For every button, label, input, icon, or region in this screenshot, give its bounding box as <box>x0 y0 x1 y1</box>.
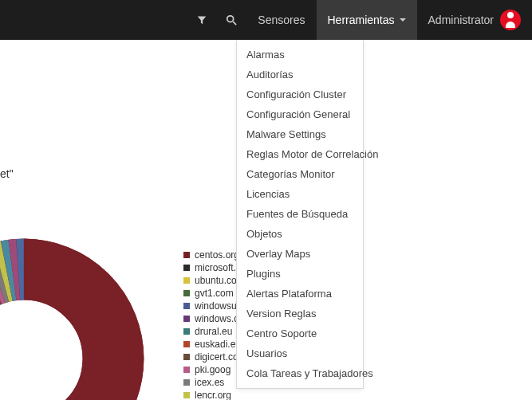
nav-herramientas-label: Herramientas <box>328 14 395 26</box>
dropdown-item[interactable]: Malware Settings <box>237 124 363 144</box>
dropdown-item[interactable]: Overlay Maps <box>237 244 363 264</box>
legend-label: euskadi.eu <box>195 338 241 351</box>
herramientas-dropdown: AlarmasAuditoríasConfiguración ClusterCo… <box>236 40 364 389</box>
dropdown-item[interactable]: Usuarios <box>237 343 363 363</box>
dropdown-item[interactable]: Auditorías <box>237 65 363 84</box>
legend-swatch <box>183 290 190 296</box>
nav-group: Sensores Herramientas Administrator <box>187 0 532 40</box>
legend-swatch <box>183 252 190 258</box>
legend-label: lencr.org <box>195 389 231 400</box>
nav-administrator[interactable]: Administrator <box>417 0 532 40</box>
legend-swatch <box>183 379 190 386</box>
dropdown-item[interactable]: Plugins <box>237 264 363 284</box>
legend-label: icex.es <box>195 376 224 389</box>
legend-label: centos.org <box>195 249 239 261</box>
legend-swatch <box>183 341 190 347</box>
legend-label: pki.goog <box>195 363 231 376</box>
legend-swatch <box>183 392 190 398</box>
legend-swatch <box>183 367 190 373</box>
dropdown-item[interactable]: Objetos <box>237 224 363 244</box>
legend-label: microsoft.c <box>195 261 241 274</box>
legend-label: drural.eu <box>195 325 232 338</box>
legend-swatch <box>183 277 190 284</box>
topbar: Sensores Herramientas Administrator <box>0 0 532 40</box>
avatar <box>500 10 521 30</box>
chevron-down-icon <box>400 18 406 22</box>
dropdown-item[interactable]: Alarmas <box>237 45 363 65</box>
legend-label: windowsup <box>195 300 242 312</box>
dropdown-item[interactable]: Licencias <box>237 184 363 204</box>
dropdown-item[interactable]: Centro Soporte <box>237 324 363 343</box>
filter-icon[interactable] <box>187 0 216 40</box>
legend-label: gvt1.com <box>195 287 234 300</box>
nav-sensores-label: Sensores <box>258 14 305 26</box>
legend-swatch <box>183 328 190 335</box>
legend-swatch <box>183 265 190 271</box>
dropdown-item[interactable]: Cola Tareas y Trabajadores <box>237 363 363 383</box>
legend-row[interactable]: lencr.org <box>183 389 246 400</box>
legend-swatch <box>183 354 190 360</box>
nav-administrator-label: Administrator <box>428 14 494 26</box>
dropdown-item[interactable]: Version Reglas <box>237 304 363 324</box>
legend-swatch <box>183 316 190 322</box>
legend-swatch <box>183 303 190 309</box>
dropdown-item[interactable]: Reglas Motor de Correlación <box>237 144 363 164</box>
donut-chart <box>0 231 152 400</box>
legend-label: ubuntu.cor <box>195 274 240 287</box>
search-icon[interactable] <box>216 0 246 40</box>
dropdown-item[interactable]: Fuentes de Búsqueda <box>237 204 363 224</box>
dropdown-item[interactable]: Configuración General <box>237 104 363 124</box>
title-fragment: et" <box>0 167 14 180</box>
dropdown-item[interactable]: Categorías Monitor <box>237 164 363 184</box>
dropdown-item[interactable]: Configuración Cluster <box>237 84 363 104</box>
dropdown-item[interactable]: Alertas Plataforma <box>237 284 363 304</box>
svg-line-1 <box>234 22 237 25</box>
svg-point-0 <box>227 16 234 22</box>
nav-herramientas[interactable]: Herramientas <box>317 0 417 40</box>
nav-sensores[interactable]: Sensores <box>246 0 316 40</box>
